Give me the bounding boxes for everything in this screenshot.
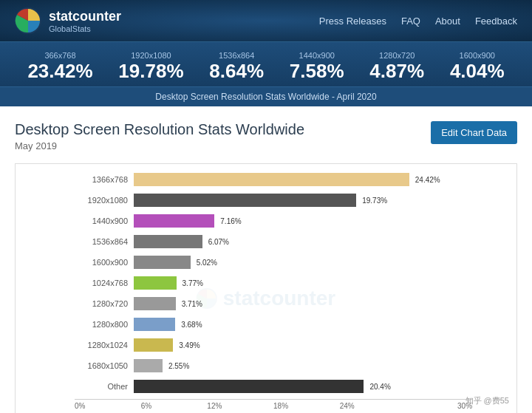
bar-fill [134,194,356,207]
stat-res-1: 1920x1080 [118,51,183,60]
stat-pct-3: 7.58% [290,61,344,81]
bar-row: 1920x108019.73% [75,192,472,208]
logo-sub: GlobalStats [49,24,121,33]
stat-pct-2: 8.64% [209,61,264,81]
stat-res-5: 1600x900 [450,51,505,60]
chart-subtitle: May 2019 [15,140,304,151]
bar-label: 1280x1024 [75,341,134,349]
stat-pct-1: 19.78% [118,61,183,81]
stat-item-1: 1920x1080 19.78% [118,51,183,81]
banner: Desktop Screen Resolution Stats Worldwid… [0,86,532,106]
bar-value-label: 3.68% [181,321,502,329]
bar-value-label: 19.73% [362,197,502,205]
bar-row: Other20.4% [75,378,472,395]
x-tick: 24% [340,400,406,410]
bar-container: 19.73% [134,194,472,207]
bar-row: 1600x9005.02% [75,254,472,270]
zhihu-badge: 知乎 @费55 [466,395,509,406]
stat-item-0: 366x768 23.42% [27,51,92,81]
logo-main: statcounter [49,9,121,24]
bar-value-label: 3.77% [183,279,502,287]
bar-row: 1024x7683.77% [75,275,472,291]
stat-pct-5: 4.04% [450,61,505,81]
svg-point-0 [15,7,41,34]
bar-container: 3.71% [134,297,472,310]
bar-container: 2.55% [134,359,472,372]
bar-fill [134,380,364,393]
bar-fill [134,235,202,248]
stat-res-4: 1280x720 [369,51,424,60]
bar-label: 1280x800 [75,320,134,329]
stat-pct-4: 4.87% [369,61,424,81]
bar-value-label: 3.49% [179,341,502,349]
bar-row: 1366x76824.42% [75,171,472,188]
bar-label: 1440x900 [75,216,134,225]
bar-fill [134,359,163,372]
x-tick: 0% [75,400,141,410]
stat-res-0: 366x768 [27,51,92,60]
bar-row: 1440x9007.16% [75,213,472,229]
bar-container: 3.49% [134,338,472,352]
x-tick: 18% [273,400,340,410]
bar-container: 3.68% [134,318,472,331]
bar-row: 1680x10502.55% [75,358,472,374]
edit-chart-button[interactable]: Edit Chart Data [431,121,517,144]
stat-item-3: 1440x900 7.58% [290,51,344,81]
bar-value-label: 24.42% [415,176,502,184]
bar-fill [134,276,177,290]
header: statcounter GlobalStats Press Releases F… [0,0,532,41]
bar-fill [134,297,176,310]
x-tick: 30% [406,400,472,410]
bar-container: 24.42% [134,173,472,186]
bar-value-label: 3.71% [182,300,502,308]
bar-fill [134,256,191,269]
bar-container: 5.02% [134,256,472,269]
nav-press-releases[interactable]: Press Releases [319,16,386,27]
nav-links: Press Releases FAQ About Feedback [319,16,517,27]
bar-row: 1280x7203.71% [75,296,472,312]
bar-value-label: 2.55% [168,362,502,370]
bar-row: 1280x8003.68% [75,316,472,332]
stat-item-5: 1600x900 4.04% [450,51,505,81]
bars-area: 1366x76824.42%1920x108019.73%1440x9007.1… [75,171,472,395]
x-axis: 0%6%12%18%24%30% [75,399,472,410]
stats-bar: 366x768 23.42% 1920x1080 19.78% 1536x864… [0,41,532,86]
bar-container: 7.16% [134,214,472,228]
logo-icon [15,7,41,34]
logo-text: statcounter GlobalStats [49,9,121,33]
chart-header: Desktop Screen Resolution Stats Worldwid… [15,121,517,151]
chart-title-block: Desktop Screen Resolution Stats Worldwid… [15,121,304,151]
bar-row: 1536x8646.07% [75,233,472,250]
bar-row: 1280x10243.49% [75,337,472,353]
bar-fill [134,338,173,352]
bar-fill [134,173,409,186]
bar-container: 3.77% [134,276,472,290]
bar-container: 6.07% [134,235,472,248]
stat-item-4: 1280x720 4.87% [369,51,424,81]
nav-faq[interactable]: FAQ [401,16,420,27]
x-tick: 12% [207,400,273,410]
bar-chart: statcounter 1366x76824.42%1920x108019.73… [15,163,517,413]
stat-pct-0: 23.42% [27,61,92,81]
bar-fill [134,214,214,228]
bar-label: 1920x1080 [75,196,134,205]
bar-label: 1366x768 [75,175,134,184]
bar-container: 20.4% [134,380,472,393]
nav-about[interactable]: About [435,16,460,27]
stat-res-2: 1536x864 [209,51,264,60]
bar-label: 1600x900 [75,258,134,267]
logo-area: statcounter GlobalStats [15,7,121,34]
main-content: Desktop Screen Resolution Stats Worldwid… [0,106,532,413]
nav-feedback[interactable]: Feedback [475,16,517,27]
banner-text: Desktop Screen Resolution Stats Worldwid… [155,92,376,102]
stat-res-3: 1440x900 [290,51,344,60]
bar-label: 1024x768 [75,279,134,287]
bar-value-label: 5.02% [197,259,502,267]
x-tick: 6% [141,400,208,410]
chart-title: Desktop Screen Resolution Stats Worldwid… [15,121,304,138]
bar-value-label: 6.07% [208,238,502,246]
bar-fill [134,318,175,331]
bar-value-label: 20.4% [369,383,502,391]
stat-item-2: 1536x864 8.64% [209,51,264,81]
bar-label: 1280x720 [75,299,134,308]
